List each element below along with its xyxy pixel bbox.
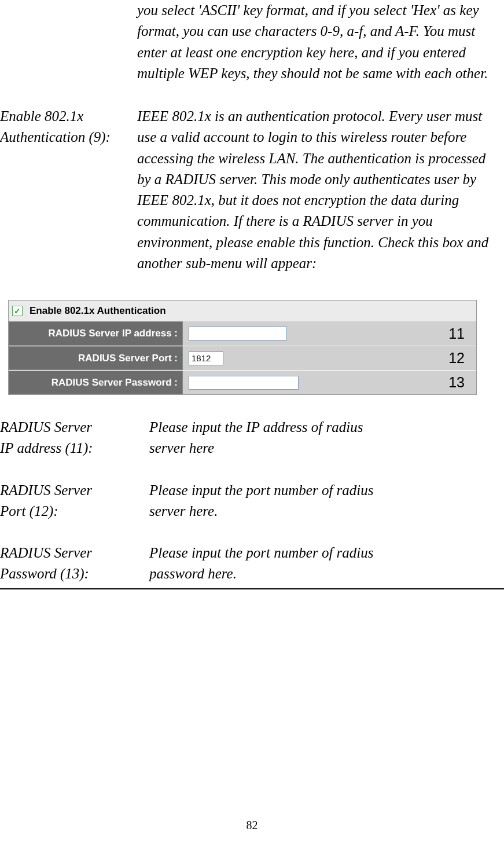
definition-radius-port: RADIUS Server Port (12): Please input th… <box>0 480 504 522</box>
annotation-11: 11 <box>448 325 465 342</box>
page-number: 82 <box>0 819 504 832</box>
intro-paragraph: you select 'ASCII' key format, and if yo… <box>137 0 494 84</box>
term-line1: Enable 802.1x <box>0 108 83 124</box>
definition-radius-ip: RADIUS Server IP address (11): Please in… <box>0 417 504 459</box>
radius-password-input[interactable] <box>189 376 299 390</box>
definition-radius-password: RADIUS Server Password (13): Please inpu… <box>0 543 504 585</box>
radius-ip-input[interactable] <box>189 327 287 340</box>
radius-port-input[interactable] <box>189 351 223 365</box>
definition-term: RADIUS Server IP address (11): <box>0 417 149 459</box>
radius-password-row: RADIUS Server Password : 13 <box>9 370 476 394</box>
radius-port-label: RADIUS Server Port : <box>9 346 183 370</box>
radius-ip-label: RADIUS Server IP address : <box>9 321 183 346</box>
definition-term: RADIUS Server Port (12): <box>0 480 149 522</box>
definition-description: Please input the port number of radius s… <box>149 480 504 522</box>
enable-8021x-checkbox[interactable]: ✓ <box>12 306 23 316</box>
definition-description: IEEE 802.1x is an authentication protoco… <box>137 106 503 274</box>
radius-ip-row: RADIUS Server IP address : 11 <box>9 321 476 346</box>
definition-description: Please input the IP address of radius se… <box>149 417 504 459</box>
radius-password-label: RADIUS Server Password : <box>9 371 183 394</box>
radius-definitions: RADIUS Server IP address (11): Please in… <box>0 417 504 589</box>
definition-description: Please input the port number of radius p… <box>149 543 504 585</box>
enable-8021x-header: ✓ Enable 802.1x Authentication <box>9 301 476 321</box>
radius-config-screenshot: ✓ Enable 802.1x Authentication RADIUS Se… <box>8 300 477 395</box>
annotation-13: 13 <box>448 374 465 391</box>
definition-term: RADIUS Server Password (13): <box>0 543 149 585</box>
enable-8021x-label: Enable 802.1x Authentication <box>30 305 166 317</box>
definition-term: Enable 802.1x Authentication (9): <box>0 106 137 274</box>
term-line2: Authentication (9): <box>0 129 111 145</box>
radius-port-row: RADIUS Server Port : 12 <box>9 346 476 370</box>
annotation-12: 12 <box>448 350 465 367</box>
definition-enable-8021x: Enable 802.1x Authentication (9): IEEE 8… <box>0 106 504 274</box>
